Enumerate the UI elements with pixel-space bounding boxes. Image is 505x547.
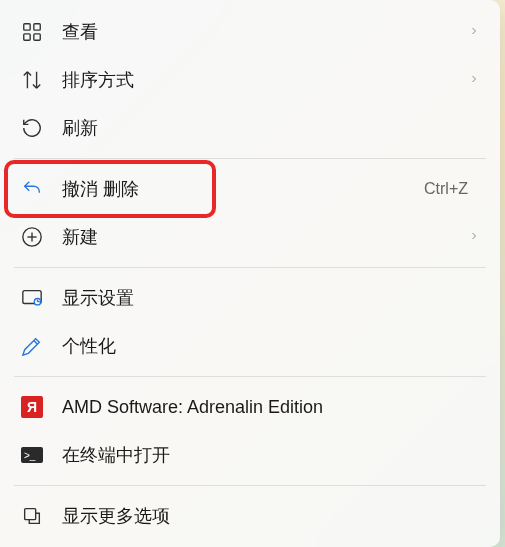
- display-settings-icon: [20, 286, 44, 310]
- menu-label: 查看: [62, 20, 468, 44]
- amd-icon: Я: [20, 395, 44, 419]
- menu-item-amd[interactable]: Я AMD Software: Adrenalin Edition: [6, 383, 494, 431]
- menu-item-view[interactable]: 查看: [6, 8, 494, 56]
- svg-rect-0: [24, 24, 30, 30]
- menu-item-terminal[interactable]: >_ 在终端中打开: [6, 431, 494, 479]
- svg-rect-1: [34, 24, 40, 30]
- refresh-icon: [20, 116, 44, 140]
- menu-label: 显示更多选项: [62, 504, 480, 528]
- new-icon: [20, 225, 44, 249]
- menu-label: AMD Software: Adrenalin Edition: [62, 397, 480, 418]
- menu-label: 刷新: [62, 116, 480, 140]
- menu-label: 个性化: [62, 334, 480, 358]
- chevron-right-icon: [468, 72, 480, 88]
- context-menu: 查看 排序方式 刷新 撤消 删除 Ctrl+Z 新建: [0, 0, 500, 547]
- more-options-icon: [20, 504, 44, 528]
- menu-item-personalize[interactable]: 个性化: [6, 322, 494, 370]
- terminal-icon: >_: [20, 443, 44, 467]
- menu-item-new[interactable]: 新建: [6, 213, 494, 261]
- svg-rect-2: [24, 34, 30, 40]
- menu-divider: [14, 267, 486, 268]
- chevron-right-icon: [468, 24, 480, 40]
- menu-item-more-options[interactable]: 显示更多选项: [6, 492, 494, 540]
- menu-label: 排序方式: [62, 68, 468, 92]
- sort-icon: [20, 68, 44, 92]
- menu-label: 撤消 删除: [62, 177, 424, 201]
- menu-label: 显示设置: [62, 286, 480, 310]
- menu-item-display-settings[interactable]: 显示设置: [6, 274, 494, 322]
- menu-label: 在终端中打开: [62, 443, 480, 467]
- menu-divider: [14, 485, 486, 486]
- personalize-icon: [20, 334, 44, 358]
- menu-divider: [14, 376, 486, 377]
- menu-item-sort[interactable]: 排序方式: [6, 56, 494, 104]
- chevron-right-icon: [468, 229, 480, 245]
- menu-item-refresh[interactable]: 刷新: [6, 104, 494, 152]
- svg-rect-3: [34, 34, 40, 40]
- menu-item-undo[interactable]: 撤消 删除 Ctrl+Z: [6, 165, 494, 213]
- view-icon: [20, 20, 44, 44]
- menu-label: 新建: [62, 225, 468, 249]
- shortcut-label: Ctrl+Z: [424, 180, 468, 198]
- undo-icon: [20, 177, 44, 201]
- menu-divider: [14, 158, 486, 159]
- svg-rect-9: [25, 509, 36, 520]
